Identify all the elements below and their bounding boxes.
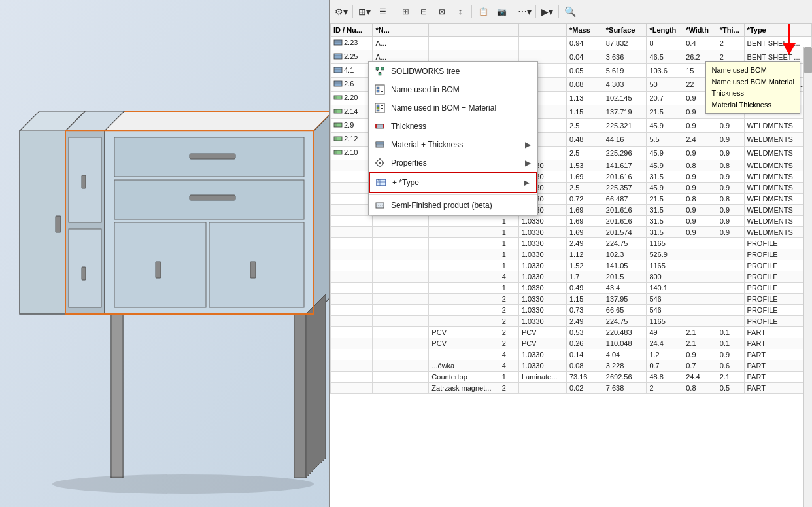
sort-button[interactable]: ↕ xyxy=(452,3,469,20)
cell-id xyxy=(331,171,373,183)
cell-thi: 0.1 xyxy=(717,338,744,349)
cell-type: PART xyxy=(744,383,811,394)
cell-surface: 224.75 xyxy=(603,316,647,327)
group-button[interactable]: ⊠ xyxy=(433,3,450,20)
cell-thi: 2 xyxy=(717,50,744,64)
menu-item-semi-finished[interactable]: Semi-Finished product (beta) xyxy=(369,196,537,215)
svg-rect-51 xyxy=(376,67,379,70)
col-header-name[interactable]: *N... xyxy=(373,24,429,37)
table-row[interactable]: 21.03302.49224.751165PROFILE xyxy=(331,316,812,327)
table-row[interactable]: 2.23A...0.9487.83280.42BENT SHEET ... xyxy=(331,37,812,50)
cell-width xyxy=(683,271,717,283)
table-scroll-container[interactable]: ID / Nu... *N... *Mass *Surface *Length … xyxy=(330,24,812,507)
context-menu[interactable]: SOLIDWORKS tree Name used in BOM xyxy=(368,61,538,215)
separator-1 xyxy=(352,5,353,18)
cell-mass: 2.49 xyxy=(566,238,603,249)
cell-type: WELDMENTS xyxy=(744,147,811,160)
svg-rect-43 xyxy=(334,109,342,113)
cell-qty: 2 xyxy=(499,294,518,305)
cell-desc: Zatrzask magnet... xyxy=(429,383,499,394)
table-row[interactable]: ...ówka41.03300.083.2280.70.70.6PART xyxy=(331,360,812,372)
cell-mat: 1.0330 xyxy=(518,216,566,227)
add-column-button[interactable]: ⊞ xyxy=(397,3,414,20)
cell-mass: 1.69 xyxy=(566,205,603,216)
col-header-qty[interactable] xyxy=(499,24,518,37)
camera-button[interactable]: 📷 xyxy=(493,3,510,20)
cell-name xyxy=(373,360,429,372)
cell-surface: 141.617 xyxy=(603,160,647,171)
menu-item-properties[interactable]: Properties ▶ xyxy=(369,154,537,172)
cell-mass: 0.72 xyxy=(566,194,603,205)
cell-thi: 0.9 xyxy=(717,349,744,360)
cell-mass: 1.69 xyxy=(566,171,603,183)
cell-desc xyxy=(429,294,499,305)
cell-id xyxy=(331,294,373,305)
menu-item-name-bom-label: Name used in BOM xyxy=(391,85,460,94)
menu-item-solidworks-tree[interactable]: SOLIDWORKS tree xyxy=(369,62,537,80)
menu-item-type-label: + *Type xyxy=(392,178,419,187)
zoom-button[interactable]: 🔍 xyxy=(562,3,579,20)
table-row[interactable]: 41.03300.144.041.20.90.9PART xyxy=(331,349,812,360)
menu-item-type-highlighted[interactable]: T + *Type ▶ xyxy=(369,172,537,193)
table-row[interactable]: PCV2PCV0.26110.04824.42.10.1PART xyxy=(331,338,812,349)
cell-qty: 1 xyxy=(499,260,518,271)
table-row[interactable]: 41.03301.7201.5800PROFILE xyxy=(331,271,812,283)
table-row[interactable]: 21.03300.7366.65546PROFILE xyxy=(331,305,812,316)
cell-qty: 4 xyxy=(499,360,518,372)
cell-mass: 0.53 xyxy=(566,327,603,338)
col-header-type[interactable]: *Type xyxy=(744,24,811,37)
separator-3 xyxy=(471,5,472,18)
table-row[interactable]: 21.03301.15137.95546PROFILE xyxy=(331,294,812,305)
menu-item-name-bom[interactable]: Name used in BOM xyxy=(369,80,537,99)
cell-id xyxy=(331,283,373,294)
cell-type: WELDMENTS xyxy=(744,194,811,205)
col-header-id[interactable]: ID / Nu... xyxy=(331,24,373,37)
col-header-mat[interactable] xyxy=(518,24,566,37)
menu-item-thickness[interactable]: Thickness xyxy=(369,117,537,135)
table-row[interactable]: 11.03300.4943.4140.1PROFILE xyxy=(331,283,812,294)
table-row[interactable]: 11.03301.52141.051165PROFILE xyxy=(331,260,812,271)
col-header-desc[interactable] xyxy=(429,24,499,37)
col-header-length[interactable]: *Length xyxy=(647,24,683,37)
table-row[interactable]: 11.03301.69201.57431.50.90.9WELDMENTS xyxy=(331,227,812,238)
list-button[interactable]: ☰ xyxy=(374,3,391,20)
export-button[interactable]: 📋 xyxy=(475,3,492,20)
cell-length: 526.9 xyxy=(647,249,683,260)
settings-button[interactable]: ⚙▾ xyxy=(333,3,350,20)
svg-rect-23 xyxy=(294,314,306,478)
menu-item-name-bom-material-label: Name used in BOM + Material xyxy=(391,103,496,113)
vertical-scrollbar[interactable] xyxy=(803,47,812,507)
cell-thi: 2.1 xyxy=(717,372,744,383)
svg-rect-25 xyxy=(111,314,123,478)
svg-rect-45 xyxy=(334,123,342,127)
col-header-surface[interactable]: *Surface xyxy=(603,24,647,37)
menu-item-material-thickness[interactable]: Material + Thickness ▶ xyxy=(369,135,537,154)
play-button[interactable]: ▶▾ xyxy=(539,3,556,20)
cell-width: 0.8 xyxy=(683,383,717,394)
table-row[interactable]: Countertop1Laminate...73.162692.5648.824… xyxy=(331,372,812,383)
table-row[interactable]: Zatrzask magnet...20.027.63820.80.5PART xyxy=(331,383,812,394)
svg-rect-41 xyxy=(334,96,342,99)
table-row[interactable]: 11.03302.49224.751165PROFILE xyxy=(331,238,812,249)
cell-id: 2.9 xyxy=(331,119,373,133)
col-header-mass[interactable]: *Mass xyxy=(566,24,603,37)
cell-id xyxy=(331,316,373,327)
cell-type: WELDMENTS xyxy=(744,92,811,105)
cell-mat: 1.0330 xyxy=(518,360,566,372)
col-header-width[interactable]: *Width xyxy=(683,24,717,37)
more-button[interactable]: ⋯▾ xyxy=(516,3,533,20)
menu-item-name-bom-material[interactable]: Name used in BOM + Material xyxy=(369,99,537,117)
table-row[interactable]: 11.03301.12102.3526.9PROFILE xyxy=(331,249,812,260)
grid-button[interactable]: ⊞▾ xyxy=(356,3,373,20)
svg-rect-57 xyxy=(377,87,379,89)
cell-width: 0.7 xyxy=(683,360,717,372)
cell-width: 24.4 xyxy=(683,372,717,383)
col-header-thi[interactable]: *Thi... xyxy=(717,24,744,37)
table-row[interactable]: 11.03301.69201.61631.50.90.9WELDMENTS xyxy=(331,216,812,227)
filter-button[interactable]: ⊟ xyxy=(415,3,432,20)
cell-mass: 0.08 xyxy=(566,78,603,92)
cell-mat: 1.0330 xyxy=(518,294,566,305)
svg-rect-21 xyxy=(56,216,61,232)
table-row[interactable]: PCV2PCV0.53220.483492.10.1PART xyxy=(331,327,812,338)
cell-desc xyxy=(429,260,499,271)
